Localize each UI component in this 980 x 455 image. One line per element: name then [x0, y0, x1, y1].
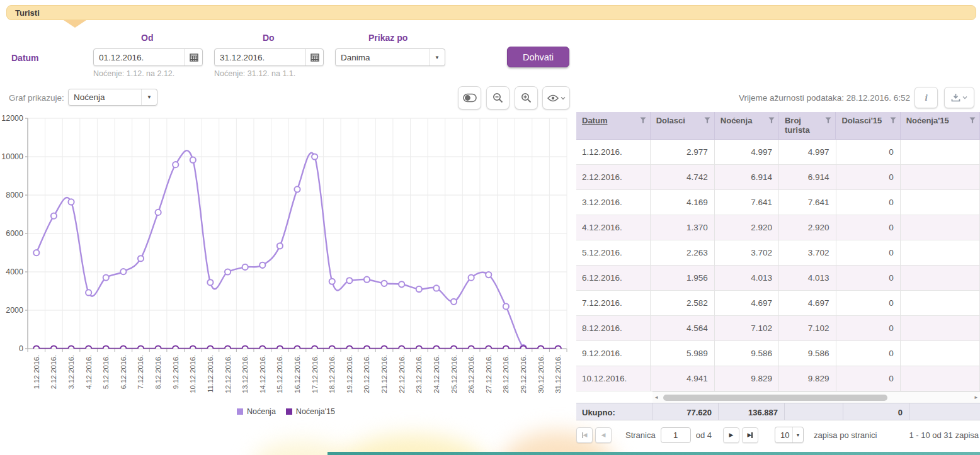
filter-icon[interactable] — [640, 117, 646, 123]
table-row[interactable]: 10.12.2016.4.9419.8299.8290 — [576, 366, 980, 391]
record-range-label: 1 - 10 od 31 zapisa — [909, 430, 979, 440]
calendar-icon[interactable] — [185, 49, 202, 65]
page-number-input[interactable] — [661, 427, 691, 443]
table-cell: 4.997 — [715, 140, 779, 164]
column-header-label[interactable]: Broj turista — [785, 116, 826, 139]
svg-text:22.12.2016.: 22.12.2016. — [398, 355, 406, 393]
svg-text:20.12.2016.: 20.12.2016. — [363, 355, 370, 393]
last-page-button[interactable]: ▶ — [742, 427, 758, 443]
svg-text:4000: 4000 — [6, 267, 23, 276]
table-row[interactable]: 8.12.2016.4.5647.1027.1020 — [576, 316, 980, 341]
table-row[interactable]: 5.12.2016.2.2633.7023.7020 — [576, 240, 980, 266]
data-grid: DatumDolasciNoćenjaBroj turistaDolasci'1… — [576, 112, 980, 420]
scrollbar-thumb[interactable] — [663, 395, 887, 401]
date-from-value[interactable]: 01.12.2016. — [94, 49, 185, 65]
table-row[interactable]: 6.12.2016.1.9564.0134.0130 — [576, 266, 980, 291]
table-row[interactable]: 7.12.2016.2.5824.6974.6970 — [576, 291, 980, 316]
table-cell: 5.12.2016. — [576, 240, 651, 265]
legend-item[interactable]: Noćenja — [237, 407, 276, 416]
column-header-3[interactable]: Broj turista — [779, 112, 836, 139]
table-cell: 7.102 — [779, 316, 836, 340]
first-page-icon: ◀ — [583, 432, 588, 438]
zoom-out-button[interactable] — [486, 86, 510, 110]
date-from-input[interactable]: 01.12.2016. — [93, 48, 203, 66]
tab-turisti[interactable]: Turisti — [6, 5, 976, 20]
visibility-menu-button[interactable] — [542, 86, 570, 110]
table-cell: 5.989 — [651, 341, 715, 366]
table-cell: 2.920 — [779, 215, 836, 240]
date-to-value[interactable]: 31.12.2016. — [215, 49, 305, 65]
chevron-down-icon: ▼ — [793, 433, 803, 437]
filter-icon[interactable] — [825, 117, 831, 123]
filter-icon[interactable] — [768, 117, 775, 123]
svg-text:26.12.2016.: 26.12.2016. — [467, 355, 475, 393]
table-cell: 6.914 — [779, 165, 836, 189]
column-header-label[interactable]: Dolasci — [656, 116, 685, 139]
filter-icon[interactable] — [890, 117, 896, 123]
column-header-label[interactable]: Noćenja'15 — [906, 116, 949, 139]
svg-text:21.12.2016.: 21.12.2016. — [380, 355, 388, 393]
table-row[interactable]: 1.12.2016.2.9774.9974.9970 — [576, 140, 980, 165]
chevron-down-icon: ▼ — [142, 94, 157, 100]
column-header-label[interactable]: Datum — [582, 116, 607, 139]
column-header-label[interactable]: Dolasci'15 — [841, 116, 882, 139]
info-button[interactable]: i — [914, 87, 938, 108]
zoom-out-icon — [493, 93, 503, 103]
table-cell: 0 — [836, 140, 901, 164]
column-header-5[interactable]: Noćenja'15 — [901, 112, 980, 139]
table-cell: 4.169 — [651, 190, 715, 215]
filter-icon[interactable] — [704, 117, 710, 123]
date-to-input[interactable]: 31.12.2016. — [214, 48, 324, 66]
table-row[interactable]: 4.12.2016.1.3702.9202.9200 — [576, 215, 980, 240]
download-icon — [951, 93, 960, 102]
next-page-button[interactable]: ▶ — [723, 427, 739, 443]
table-cell: 7.641 — [779, 190, 836, 215]
page-size-select[interactable]: 10 ▼ — [775, 427, 804, 443]
column-header-2[interactable]: Noćenja — [715, 112, 779, 139]
table-cell: 4.564 — [651, 316, 715, 340]
prikaz-po-select[interactable]: Danima ▼ — [335, 48, 445, 66]
info-icon: i — [925, 93, 927, 103]
table-cell: 4.697 — [715, 291, 779, 315]
grid-body: 1.12.2016.2.9774.9974.99702.12.2016.4.74… — [576, 140, 980, 391]
table-row[interactable]: 2.12.2016.4.7426.9146.9140 — [576, 165, 980, 190]
graf-prikazuje-select[interactable]: Noćenja ▼ — [68, 89, 157, 106]
chart-toggle-button[interactable] — [458, 86, 481, 110]
export-button[interactable] — [944, 87, 974, 108]
page-count-label: od 4 — [696, 430, 712, 440]
column-header-label[interactable]: Noćenja — [721, 116, 753, 139]
scroll-right-icon[interactable]: ▸ — [974, 394, 977, 400]
prev-page-button[interactable]: ◀ — [595, 427, 612, 443]
column-header-4[interactable]: Dolasci'15 — [836, 112, 900, 139]
eye-icon — [547, 94, 559, 102]
table-cell: 9.12.2016. — [576, 341, 651, 366]
table-cell: 2.920 — [715, 215, 779, 240]
zoom-in-button[interactable] — [515, 86, 538, 110]
table-row[interactable]: 9.12.2016.5.9899.5869.5860 — [576, 341, 980, 366]
svg-text:13.12.2016.: 13.12.2016. — [241, 355, 249, 393]
table-cell: 7.12.2016. — [576, 291, 651, 315]
table-cell: 4.997 — [779, 140, 836, 164]
svg-text:30.12.2016.: 30.12.2016. — [537, 355, 545, 393]
svg-text:24.12.2016.: 24.12.2016. — [433, 355, 440, 393]
column-header-0[interactable]: Datum — [576, 112, 651, 139]
first-page-button[interactable]: ◀ — [576, 427, 593, 443]
table-row[interactable]: 3.12.2016.4.1697.6417.6410 — [576, 190, 980, 215]
table-cell — [901, 215, 980, 240]
dohvati-button[interactable]: Dohvati — [507, 47, 569, 67]
legend-item[interactable]: Noćenja'15 — [286, 407, 335, 416]
table-cell — [901, 316, 980, 340]
svg-text:9.12.2016.: 9.12.2016. — [172, 355, 179, 389]
table-cell: 2.977 — [651, 140, 715, 164]
grid-horizontal-scrollbar[interactable]: ◂ ▸ — [652, 391, 980, 403]
table-cell: 9.829 — [779, 366, 836, 391]
svg-text:15.12.2016.: 15.12.2016. — [276, 355, 283, 393]
calendar-icon[interactable] — [305, 49, 323, 65]
chart-legend: NoćenjaNoćenja'15 — [0, 407, 572, 416]
table-cell: 0 — [836, 291, 901, 315]
legend-swatch — [237, 408, 243, 415]
filter-icon[interactable] — [969, 117, 976, 123]
column-header-1[interactable]: Dolasci — [651, 112, 715, 139]
table-cell: 4.742 — [651, 165, 715, 189]
scroll-left-icon[interactable]: ◂ — [655, 394, 658, 400]
